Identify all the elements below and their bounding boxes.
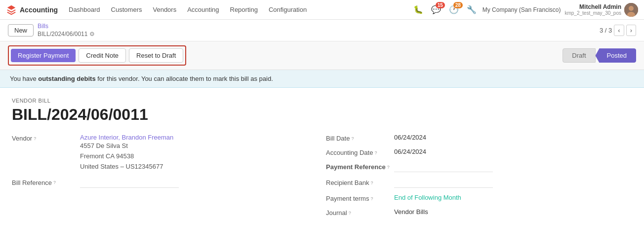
user-name: Mitchell Admin xyxy=(564,3,621,10)
breadcrumb-parent[interactable]: Bills xyxy=(38,23,95,31)
accounting-date-label: Accounting Date ? xyxy=(326,148,390,156)
bill-date-value[interactable]: 06/24/2024 xyxy=(394,134,426,141)
payment-terms-value[interactable]: End of Following Month xyxy=(394,194,461,201)
new-button[interactable]: New xyxy=(8,24,34,36)
breadcrumb-path: Bills BILL/2024/06/0011 ⚙ xyxy=(38,23,95,38)
status-bar: Draft Posted xyxy=(563,48,636,63)
vendor-name[interactable]: Azure Interior, Brandon Freeman xyxy=(80,134,173,141)
bill-date-field-row: Bill Date ? 06/24/2024 xyxy=(326,134,632,142)
journal-value[interactable]: Vendor Bills xyxy=(394,208,428,216)
journal-label: Journal ? xyxy=(326,208,390,216)
info-banner: You have outstanding debits for this ven… xyxy=(0,70,644,88)
settings-btn[interactable]: 🔧 xyxy=(465,3,479,17)
vendor-address-2: Fremont CA 94538 xyxy=(80,151,173,162)
vendor-value: Azure Interior, Brandon Freeman 4557 De … xyxy=(80,134,173,172)
avatar-image xyxy=(624,3,638,17)
app-logo[interactable]: Accounting xyxy=(6,4,58,15)
record-settings-icon[interactable]: ⚙ xyxy=(89,31,95,38)
status-draft[interactable]: Draft xyxy=(563,48,595,63)
bug-icon: 🐛 xyxy=(413,5,423,14)
bill-ref-input[interactable] xyxy=(80,178,179,188)
form-right: Bill Date ? 06/24/2024 Accounting Date ?… xyxy=(326,134,632,216)
banner-text-prefix: You have xyxy=(10,75,38,82)
nav-configuration[interactable]: Configuration xyxy=(264,3,312,16)
breadcrumb-bar: New Bills BILL/2024/06/0011 ⚙ 3 / 3 ‹ › xyxy=(0,20,644,41)
form-grid: Vendor ? Azure Interior, Brandon Freeman… xyxy=(12,134,632,216)
reset-to-draft-button[interactable]: Reset to Draft xyxy=(129,48,183,63)
nav-items: Dashboard Customers Vendors Accounting R… xyxy=(64,3,409,16)
breadcrumb-left: New Bills BILL/2024/06/0011 ⚙ xyxy=(8,23,95,38)
user-section[interactable]: Mitchell Admin kmp_2_test_may_30_pos xyxy=(564,3,638,17)
credit-note-button[interactable]: Credit Note xyxy=(79,48,126,63)
banner-text-suffix: for this vendor. You can allocate them t… xyxy=(96,75,273,82)
nav-right: 🐛 💬 15 🕐 28 🔧 My Company (San Francisco)… xyxy=(411,3,638,17)
recipient-bank-label: Recipient Bank ? xyxy=(326,178,390,186)
company-name: My Company (San Francisco) xyxy=(483,6,561,13)
nav-dashboard[interactable]: Dashboard xyxy=(64,3,105,16)
vendor-field-row: Vendor ? Azure Interior, Brandon Freeman… xyxy=(12,134,318,172)
wrench-icon: 🔧 xyxy=(467,5,477,14)
payment-ref-field-row: Payment Reference ? xyxy=(326,162,632,172)
prev-page-button[interactable]: ‹ xyxy=(614,25,624,36)
action-buttons-group: Register Payment Credit Note Reset to Dr… xyxy=(8,45,186,66)
logo-icon xyxy=(6,4,17,15)
form-content: Vendor Bill BILL/2024/06/0011 Vendor ? A… xyxy=(0,88,644,226)
top-navigation: Accounting Dashboard Customers Vendors A… xyxy=(0,0,644,20)
payment-terms-label: Payment terms ? xyxy=(326,194,390,202)
accounting-date-value[interactable]: 06/24/2024 xyxy=(394,148,426,155)
avatar[interactable] xyxy=(624,3,638,17)
nav-vendors[interactable]: Vendors xyxy=(148,3,181,16)
bill-ref-label: Bill Reference ? xyxy=(12,178,76,186)
nav-customers[interactable]: Customers xyxy=(106,3,147,16)
payment-ref-input[interactable] xyxy=(394,162,493,172)
register-payment-button[interactable]: Register Payment xyxy=(11,49,76,62)
svg-point-1 xyxy=(629,6,634,11)
bill-date-label: Bill Date ? xyxy=(326,134,390,142)
user-info: Mitchell Admin kmp_2_test_may_30_pos xyxy=(564,3,621,16)
journal-field-row: Journal ? Vendor Bills xyxy=(326,208,632,216)
nav-accounting[interactable]: Accounting xyxy=(182,3,224,16)
page-indicator: 3 / 3 xyxy=(600,27,612,34)
recipient-bank-field-row: Recipient Bank ? xyxy=(326,178,632,188)
vendor-address-1: 4557 De Silva St xyxy=(80,141,173,151)
accounting-date-field-row: Accounting Date ? 06/24/2024 xyxy=(326,148,632,156)
messages-badge: 15 xyxy=(436,2,445,8)
vendor-label: Vendor ? xyxy=(12,134,76,142)
vendor-address: 4557 De Silva St Fremont CA 94538 United… xyxy=(80,141,173,172)
bill-number: BILL/2024/06/0011 xyxy=(12,106,632,124)
banner-text-bold: outstanding debits xyxy=(38,75,95,82)
payment-ref-label: Payment Reference ? xyxy=(326,162,390,171)
bill-ref-field-row: Bill Reference ? xyxy=(12,178,318,188)
status-posted[interactable]: Posted xyxy=(596,48,636,63)
messages-btn[interactable]: 💬 15 xyxy=(429,3,443,17)
user-db: kmp_2_test_may_30_pos xyxy=(564,10,621,16)
bill-type-label: Vendor Bill xyxy=(12,98,632,104)
vendor-address-3: United States – US12345677 xyxy=(80,162,173,172)
bug-icon-btn[interactable]: 🐛 xyxy=(411,3,425,17)
form-left: Vendor ? Azure Interior, Brandon Freeman… xyxy=(12,134,318,216)
recipient-bank-input[interactable] xyxy=(394,178,493,188)
activities-btn[interactable]: 🕐 28 xyxy=(447,3,461,17)
next-page-button[interactable]: › xyxy=(626,25,636,36)
action-bar: Register Payment Credit Note Reset to Dr… xyxy=(0,41,644,70)
app-name: Accounting xyxy=(20,6,58,14)
payment-terms-field-row: Payment terms ? End of Following Month xyxy=(326,194,632,202)
nav-reporting[interactable]: Reporting xyxy=(225,3,263,16)
breadcrumb-current: BILL/2024/06/0011 ⚙ xyxy=(38,31,95,38)
pagination: 3 / 3 ‹ › xyxy=(600,25,636,36)
activities-badge: 28 xyxy=(453,2,463,8)
